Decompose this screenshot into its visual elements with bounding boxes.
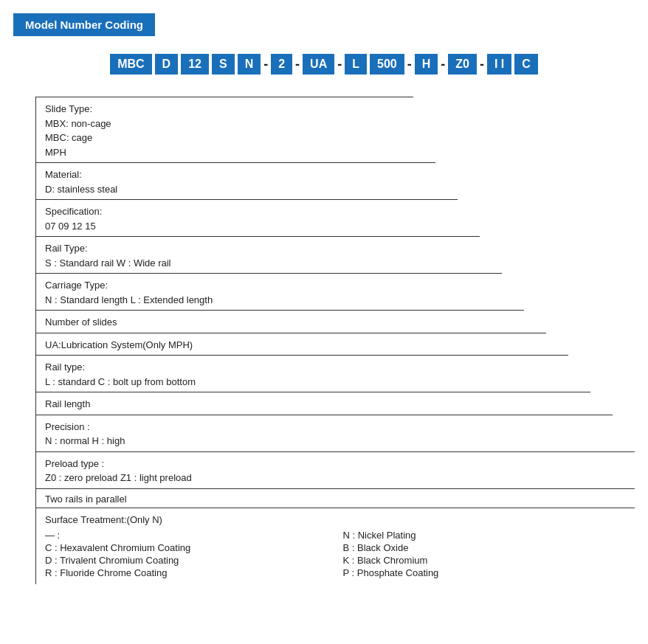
dash-1: - <box>263 57 268 72</box>
num-slides-label: Number of slides <box>45 315 524 330</box>
header-bar: Model Number Coding <box>13 13 155 36</box>
annotation-num-slides: Number of slides <box>35 310 524 333</box>
surface-C: C : Hexavalent Chromium Coating <box>45 542 328 553</box>
annotation-rail-type: Rail Type: S : Standard rail W : Wide ra… <box>35 236 480 273</box>
surface-treatment-grid: — : C : Hexavalent Chromium Coating D : … <box>45 530 626 578</box>
code-UA: UA <box>303 54 334 75</box>
code-S: S <box>212 54 235 75</box>
carriage-type-title: Carriage Type: <box>45 278 502 293</box>
code-C: C <box>514 54 538 75</box>
model-row: MBC D 12 S N - 2 - UA - L 500 - H - Z0 -… <box>13 54 635 75</box>
surface-R: R : Fluoride Chrome Coating <box>45 567 328 578</box>
rail-length-label: Rail length <box>45 397 590 412</box>
annotation-specification: Specification: 07 09 12 15 <box>35 199 458 236</box>
dash-3: - <box>337 57 342 72</box>
lubrication-label: UA:Lubrication System(Only MPH) <box>45 338 546 353</box>
code-2: 2 <box>271 54 292 75</box>
surface-D: D : Trivalent Chromium Coating <box>45 555 328 566</box>
code-D: D <box>155 54 179 75</box>
dash-6: - <box>480 57 484 72</box>
spec-title: Specification: <box>45 204 458 219</box>
header-title: Model Number Coding <box>25 18 143 31</box>
dash-4: - <box>407 57 412 72</box>
two-rails-label: Two rails in parallel <box>45 494 635 505</box>
annotation-preload: Preload type : Z0 : zero preload Z1 : li… <box>35 451 635 488</box>
precision-title: Precision : <box>45 420 613 434</box>
two-rails-block: Two rails in parallel <box>35 488 635 508</box>
preload-values: Z0 : zero preload Z1 : light preload <box>45 471 635 485</box>
slide-type-mbx: MBX: non-cage <box>45 117 413 131</box>
precision-values: N : normal H : high <box>45 434 613 449</box>
rail-type-bolt-title: Rail type: <box>45 360 568 375</box>
rail-type-values: S : Standard rail W : Wide rail <box>45 256 480 271</box>
code-L: L <box>345 54 367 75</box>
annotation-precision: Precision : N : normal H : high <box>35 415 613 451</box>
carriage-type-values: N : Standard length L : Extended length <box>45 293 502 308</box>
surface-N: N : Nickel Plating <box>343 530 627 541</box>
surface-treatment-block: Surface Treatment:(Only N) — : C : Hexav… <box>35 508 635 584</box>
code-N: N <box>238 54 261 75</box>
annotation-lubrication: UA:Lubrication System(Only MPH) <box>35 333 546 356</box>
diagram-area: Slide Type: MBX: non-cage MBC: cage MPH … <box>35 97 635 488</box>
code-500: 500 <box>370 54 404 75</box>
annotation-carriage-type: Carriage Type: N : Standard length L : E… <box>35 273 502 310</box>
slide-type-title: Slide Type: <box>45 102 413 117</box>
rail-type-bolt-values: L : standard C : bolt up from bottom <box>45 375 568 389</box>
spec-values: 07 09 12 15 <box>45 219 458 234</box>
surface-P: P : Phosphate Coating <box>343 567 627 578</box>
dash-5: - <box>441 57 445 72</box>
material-title: Material: <box>45 167 435 182</box>
rail-type-title: Rail Type: <box>45 241 480 256</box>
surface-treatment-title: Surface Treatment:(Only N) <box>45 514 626 525</box>
code-12: 12 <box>181 54 209 75</box>
preload-title: Preload type : <box>45 457 635 471</box>
code-Z0: Z0 <box>448 54 477 75</box>
code-H: H <box>415 54 438 75</box>
material-d: D: stainless steal <box>45 182 435 197</box>
annotation-slide-type: Slide Type: MBX: non-cage MBC: cage MPH <box>35 97 413 162</box>
code-MBC: MBC <box>110 54 151 75</box>
surface-right-col: N : Nickel Plating B : Black Oxide K : B… <box>343 530 627 578</box>
surface-K: K : Black Chromium <box>343 555 627 566</box>
surface-dash: — : <box>45 530 328 541</box>
slide-type-mph: MPH <box>45 145 413 160</box>
code-II: I I <box>487 54 511 75</box>
surface-B: B : Black Oxide <box>343 542 627 553</box>
annotation-material: Material: D: stainless steal <box>35 162 435 199</box>
slide-type-mbc: MBC: cage <box>45 131 413 145</box>
surface-left-col: — : C : Hexavalent Chromium Coating D : … <box>45 530 328 578</box>
annotation-rail-length: Rail length <box>35 392 590 415</box>
annotation-rail-type-bolt: Rail type: L : standard C : bolt up from… <box>35 355 568 392</box>
dash-2: - <box>295 57 300 72</box>
